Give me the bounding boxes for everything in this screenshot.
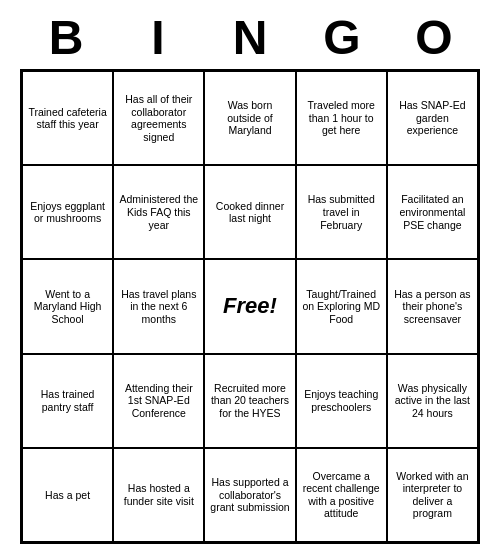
cell-2[interactable]: Was born outside of Maryland	[204, 71, 295, 165]
cell-11[interactable]: Has travel plans in the next 6 months	[113, 259, 204, 353]
cell-3[interactable]: Traveled more than 1 hour to get here	[296, 71, 387, 165]
cell-19[interactable]: Was physically active in the last 24 hou…	[387, 354, 478, 448]
letter-b: B	[22, 10, 110, 65]
letter-i: I	[114, 10, 202, 65]
cell-22[interactable]: Has supported a collaborator's grant sub…	[204, 448, 295, 542]
cell-23[interactable]: Overcame a recent challenge with a posit…	[296, 448, 387, 542]
letter-g: G	[298, 10, 386, 65]
cell-9[interactable]: Facilitated an environmental PSE change	[387, 165, 478, 259]
cell-16[interactable]: Attending their 1st SNAP-Ed Conference	[113, 354, 204, 448]
bingo-title-row: B I N G O	[20, 10, 480, 65]
cell-0[interactable]: Trained cafeteria staff this year	[22, 71, 113, 165]
letter-n: N	[206, 10, 294, 65]
cell-21[interactable]: Has hosted a funder site visit	[113, 448, 204, 542]
cell-8[interactable]: Has submitted travel in February	[296, 165, 387, 259]
cell-14[interactable]: Has a person as their phone's screensave…	[387, 259, 478, 353]
cell-10[interactable]: Went to a Maryland High School	[22, 259, 113, 353]
cell-15[interactable]: Has trained pantry staff	[22, 354, 113, 448]
bingo-grid: Trained cafeteria staff this year Has al…	[20, 69, 480, 544]
cell-18[interactable]: Enjoys teaching preschoolers	[296, 354, 387, 448]
cell-free[interactable]: Free!	[204, 259, 295, 353]
letter-o: O	[390, 10, 478, 65]
cell-1[interactable]: Has all of their collaborator agreements…	[113, 71, 204, 165]
cell-4[interactable]: Has SNAP-Ed garden experience	[387, 71, 478, 165]
cell-13[interactable]: Taught/Trained on Exploring MD Food	[296, 259, 387, 353]
cell-6[interactable]: Administered the Kids FAQ this year	[113, 165, 204, 259]
cell-17[interactable]: Recruited more than 20 teachers for the …	[204, 354, 295, 448]
cell-5[interactable]: Enjoys eggplant or mushrooms	[22, 165, 113, 259]
cell-7[interactable]: Cooked dinner last night	[204, 165, 295, 259]
cell-24[interactable]: Worked with an interpreter to deliver a …	[387, 448, 478, 542]
cell-20[interactable]: Has a pet	[22, 448, 113, 542]
